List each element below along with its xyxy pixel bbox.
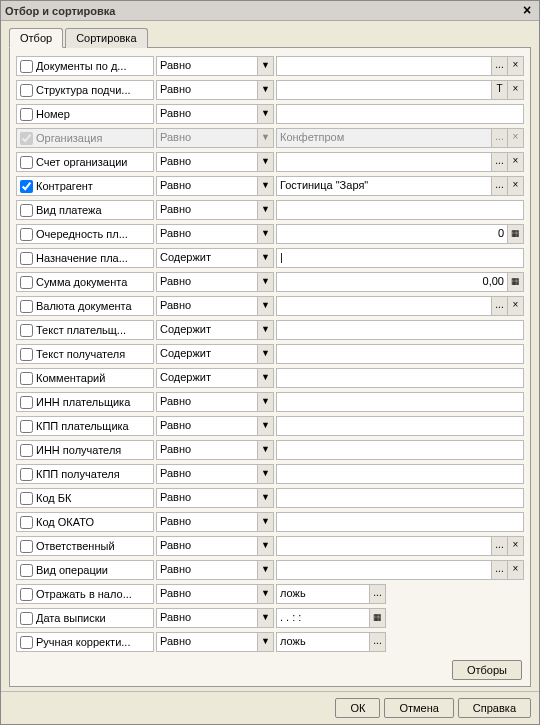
enable-checkbox-payer-inn[interactable] <box>20 396 33 409</box>
enable-checkbox-org-account[interactable] <box>20 156 33 169</box>
operator-value[interactable]: Содержит <box>157 345 257 363</box>
value-input[interactable] <box>277 297 491 315</box>
value-input[interactable]: | <box>277 249 523 267</box>
clear-icon[interactable]: × <box>507 537 523 555</box>
enable-checkbox-receiver-inn[interactable] <box>20 444 33 457</box>
chevron-down-icon[interactable]: ▼ <box>257 249 273 267</box>
operator-value[interactable]: Равно <box>157 513 257 531</box>
operator-value[interactable]: Равно <box>157 201 257 219</box>
value-input[interactable] <box>277 345 523 363</box>
chevron-down-icon[interactable]: ▼ <box>257 321 273 339</box>
enable-checkbox-documents-by-date[interactable] <box>20 60 33 73</box>
operator-value[interactable]: Равно <box>157 393 257 411</box>
operator-value[interactable]: Равно <box>157 609 257 627</box>
value-input[interactable] <box>277 105 523 123</box>
value-input[interactable]: 0 <box>277 225 507 243</box>
operator-value[interactable]: Равно <box>157 585 257 603</box>
enable-checkbox-receiver-text[interactable] <box>20 348 33 361</box>
enable-checkbox-counterparty[interactable] <box>20 180 33 193</box>
chevron-down-icon[interactable]: ▼ <box>257 609 273 627</box>
value-input[interactable] <box>277 561 491 579</box>
value-input[interactable] <box>277 369 523 387</box>
enable-checkbox-payer-kpp[interactable] <box>20 420 33 433</box>
clear-icon[interactable]: × <box>507 153 523 171</box>
tab-filter[interactable]: Отбор <box>9 28 63 48</box>
value-input[interactable] <box>277 57 491 75</box>
chevron-down-icon[interactable]: ▼ <box>257 489 273 507</box>
operator-value[interactable]: Равно <box>157 489 257 507</box>
operator-value[interactable]: Равно <box>157 441 257 459</box>
value-input[interactable] <box>277 321 523 339</box>
chevron-down-icon[interactable]: ▼ <box>257 153 273 171</box>
help-button[interactable]: Справка <box>458 698 531 718</box>
enable-checkbox-payment-priority[interactable] <box>20 228 33 241</box>
value-input[interactable] <box>277 81 491 99</box>
chevron-down-icon[interactable]: ▼ <box>257 393 273 411</box>
operator-value[interactable]: Равно <box>157 561 257 579</box>
enable-checkbox-operation-type[interactable] <box>20 564 33 577</box>
enable-checkbox-comment[interactable] <box>20 372 33 385</box>
value-input[interactable] <box>277 417 523 435</box>
value-input[interactable] <box>277 153 491 171</box>
chevron-down-icon[interactable]: ▼ <box>257 537 273 555</box>
operator-value[interactable]: Равно <box>157 177 257 195</box>
operator-value[interactable]: Равно <box>157 153 257 171</box>
ellipsis-icon[interactable]: ... <box>491 537 507 555</box>
enable-checkbox-number[interactable] <box>20 108 33 121</box>
operator-value[interactable]: Содержит <box>157 249 257 267</box>
chevron-down-icon[interactable]: ▼ <box>257 441 273 459</box>
enable-checkbox-doc-currency[interactable] <box>20 300 33 313</box>
chevron-down-icon[interactable]: ▼ <box>257 465 273 483</box>
value-input[interactable]: Гостиница "Заря" <box>277 177 491 195</box>
calendar-icon[interactable]: ▦ <box>369 609 385 627</box>
ellipsis-icon[interactable]: ... <box>491 153 507 171</box>
operator-value[interactable]: Равно <box>157 297 257 315</box>
value-input[interactable] <box>277 441 523 459</box>
value-input[interactable]: . . : : <box>277 609 369 627</box>
clear-icon[interactable]: × <box>507 561 523 579</box>
operator-value[interactable]: Равно <box>157 225 257 243</box>
close-icon[interactable]: × <box>519 3 535 19</box>
clear-icon[interactable]: × <box>507 297 523 315</box>
enable-checkbox-code-okato[interactable] <box>20 516 33 529</box>
enable-checkbox-payment-purpose[interactable] <box>20 252 33 265</box>
chevron-down-icon[interactable]: ▼ <box>257 105 273 123</box>
value-input[interactable]: 0,00 <box>277 273 507 291</box>
operator-value[interactable]: Равно <box>157 57 257 75</box>
operator-value[interactable]: Равно <box>157 633 257 651</box>
enable-checkbox-payment-type[interactable] <box>20 204 33 217</box>
chevron-down-icon[interactable]: ▼ <box>257 585 273 603</box>
chevron-down-icon[interactable]: ▼ <box>257 513 273 531</box>
enable-checkbox-code-bk[interactable] <box>20 492 33 505</box>
chevron-down-icon[interactable]: ▼ <box>257 345 273 363</box>
calculator-icon[interactable]: ▦ <box>507 225 523 243</box>
chevron-down-icon[interactable]: ▼ <box>257 201 273 219</box>
enable-checkbox-receiver-kpp[interactable] <box>20 468 33 481</box>
enable-checkbox-manual-correction[interactable] <box>20 636 33 649</box>
operator-value[interactable]: Равно <box>157 105 257 123</box>
enable-checkbox-statement-date[interactable] <box>20 612 33 625</box>
ok-button[interactable]: ОК <box>335 698 380 718</box>
chevron-down-icon[interactable]: ▼ <box>257 297 273 315</box>
ellipsis-icon[interactable]: ... <box>369 633 385 651</box>
enable-checkbox-doc-sum[interactable] <box>20 276 33 289</box>
chevron-down-icon[interactable]: ▼ <box>257 177 273 195</box>
chevron-down-icon[interactable]: ▼ <box>257 273 273 291</box>
value-input[interactable] <box>277 393 523 411</box>
value-input[interactable] <box>277 513 523 531</box>
operator-value[interactable]: Равно <box>157 417 257 435</box>
chevron-down-icon[interactable]: ▼ <box>257 417 273 435</box>
value-input[interactable]: ложь <box>277 633 369 651</box>
ellipsis-icon[interactable]: ... <box>491 561 507 579</box>
enable-checkbox-subordination-structure[interactable] <box>20 84 33 97</box>
text-icon[interactable]: T <box>491 81 507 99</box>
filters-button[interactable]: Отборы <box>452 660 522 680</box>
operator-value[interactable]: Содержит <box>157 369 257 387</box>
value-input[interactable] <box>277 201 523 219</box>
clear-icon[interactable]: × <box>507 57 523 75</box>
chevron-down-icon[interactable]: ▼ <box>257 225 273 243</box>
ellipsis-icon[interactable]: ... <box>491 57 507 75</box>
value-input[interactable]: ложь <box>277 585 369 603</box>
operator-value[interactable]: Содержит <box>157 321 257 339</box>
operator-value[interactable]: Равно <box>157 273 257 291</box>
